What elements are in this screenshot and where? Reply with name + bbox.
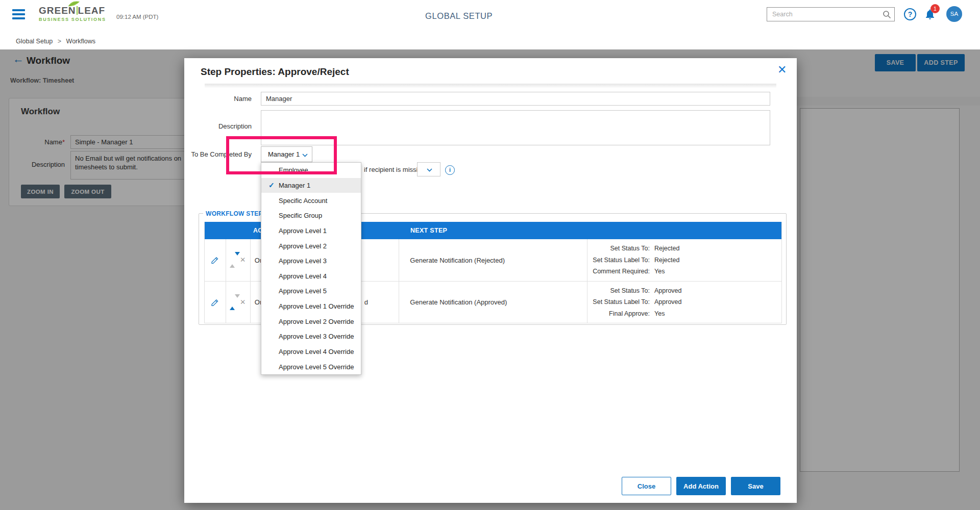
dropdown-option-approve-level-1-override[interactable]: Approve Level 1 Override	[261, 299, 361, 314]
page-context-title: GLOBAL SETUP	[425, 11, 493, 21]
detail-value: Yes	[654, 266, 774, 277]
delete-icon[interactable]: ✕	[240, 256, 246, 264]
completed-by-dropdown[interactable]: Manager 1	[261, 146, 312, 162]
logo-text-leaf: LEAF	[78, 5, 106, 16]
chevron-down-icon	[302, 154, 308, 157]
dropdown-option-label: Manager 1	[279, 182, 310, 189]
completed-by-dropdown-list: Employee✓Manager 1Specific AccountSpecif…	[261, 162, 361, 375]
breadcrumb-separator: >	[58, 38, 61, 45]
edit-pencil-icon[interactable]	[210, 298, 219, 307]
step-description-label: Description	[184, 122, 252, 130]
dropdown-option-label: Approve Level 4 Override	[279, 348, 354, 355]
dropdown-option-label: Approve Level 3 Override	[279, 333, 354, 340]
breadcrumb-workflows[interactable]: Workflows	[66, 38, 95, 45]
dropdown-option-label: Approve Level 5	[279, 287, 327, 295]
logo-text: GREENLEAF	[39, 5, 106, 16]
hamburger-menu-icon[interactable]	[12, 9, 25, 20]
move-up-icon[interactable]	[230, 256, 235, 268]
dropdown-option-approve-level-1[interactable]: Approve Level 1	[261, 223, 361, 239]
recipient-missing-text: if recipient is missing	[364, 166, 425, 173]
reorder-control	[230, 256, 240, 265]
notification-badge: 1	[930, 4, 940, 13]
reorder-control	[230, 298, 240, 307]
close-button[interactable]: Close	[622, 477, 671, 495]
detail-value: Approved	[654, 285, 774, 297]
dropdown-option-label: Approve Level 5 Override	[279, 363, 354, 371]
delete-icon[interactable]: ✕	[240, 298, 246, 306]
notifications-bell-icon[interactable]: 1	[924, 8, 937, 21]
step-name-label: Name	[184, 95, 252, 103]
add-action-button[interactable]: Add Action	[676, 477, 726, 495]
info-icon[interactable]: i	[445, 165, 455, 175]
dropdown-option-approve-level-3[interactable]: Approve Level 3	[261, 253, 361, 269]
detail-label: Set Status To:	[587, 285, 650, 297]
step-description-field[interactable]	[261, 110, 770, 145]
detail-label: Comment Required:	[587, 266, 650, 277]
search-box	[767, 7, 895, 21]
dropdown-option-label: Approve Level 1 Override	[279, 302, 354, 310]
logo-subtitle: BUSINESS SOLUTIONS	[39, 17, 106, 22]
dropdown-option-specific-group[interactable]: Specific Group	[261, 208, 361, 223]
completed-by-label: To Be Completed By	[184, 150, 252, 158]
dropdown-option-label: Approve Level 4	[279, 272, 327, 280]
dropdown-option-approve-level-5[interactable]: Approve Level 5	[261, 284, 361, 299]
dropdown-option-manager-1[interactable]: ✓Manager 1	[261, 178, 361, 193]
dropdown-option-approve-level-2-override[interactable]: Approve Level 2 Override	[261, 314, 361, 329]
search-input[interactable]	[767, 8, 879, 21]
dropdown-option-label: Approve Level 2 Override	[279, 318, 354, 325]
detail-value: Rejected	[654, 243, 774, 254]
dropdown-option-approve-level-4[interactable]: Approve Level 4	[261, 268, 361, 284]
close-icon[interactable]: ✕	[777, 63, 787, 76]
detail-value: Rejected	[654, 254, 774, 266]
dropdown-option-label: Approve Level 2	[279, 242, 327, 250]
dropdown-option-label: Specific Group	[279, 212, 322, 219]
dropdown-option-approve-level-4-override[interactable]: Approve Level 4 Override	[261, 344, 361, 360]
detail-value: Yes	[654, 308, 774, 320]
app-header: GREENLEAF BUSINESS SOLUTIONS 09:12 AM (P…	[0, 0, 980, 33]
modal-title: Step Properties: Approve/Reject	[201, 66, 349, 78]
dropdown-option-label: Approve Level 3	[279, 257, 327, 265]
dropdown-option-label: Approve Level 1	[279, 227, 327, 235]
detail-label: Set Status To:	[587, 243, 650, 254]
column-header-next-step: NEXT STEP	[410, 227, 447, 234]
chevron-down-icon	[427, 168, 432, 172]
status-details-cell: Set Status To:Rejected Set Status Label …	[587, 239, 781, 281]
next-step-cell: Generate Notification (Rejected)	[399, 239, 587, 281]
move-down-icon[interactable]	[235, 294, 240, 307]
dropdown-option-approve-level-2[interactable]: Approve Level 2	[261, 238, 361, 253]
avatar[interactable]: SA	[946, 6, 962, 22]
company-logo: GREENLEAF BUSINESS SOLUTIONS	[39, 5, 106, 22]
help-icon[interactable]: ?	[904, 8, 916, 20]
dropdown-option-specific-account[interactable]: Specific Account	[261, 193, 361, 208]
header-time: 09:12 AM (PDT)	[116, 14, 158, 20]
dropdown-option-approve-level-3-override[interactable]: Approve Level 3 Override	[261, 329, 361, 344]
breadcrumb-bar: Global Setup > Workflows	[0, 33, 980, 49]
check-icon: ✓	[268, 181, 279, 189]
dropdown-option-label: Specific Account	[279, 197, 327, 205]
edit-pencil-icon[interactable]	[210, 256, 219, 265]
dropdown-option-employee[interactable]: Employee	[261, 163, 361, 178]
save-button[interactable]: Save	[731, 477, 780, 495]
completed-by-value: Manager 1	[268, 150, 300, 158]
breadcrumb-global-setup[interactable]: Global Setup	[16, 38, 53, 45]
breadcrumb: Global Setup > Workflows	[16, 38, 95, 45]
detail-label: Set Status Label To:	[587, 296, 650, 308]
move-up-icon[interactable]	[230, 298, 235, 310]
status-details-cell: Set Status To:Approved Set Status Label …	[587, 282, 781, 323]
logo-stem	[77, 6, 78, 15]
logo-text-green: GREEN	[39, 5, 76, 16]
modal-header-divider	[205, 84, 776, 88]
search-icon[interactable]	[883, 10, 891, 19]
leaf-icon	[67, 1, 81, 7]
dropdown-option-label: Employee	[279, 166, 308, 174]
detail-label: Final Approve:	[587, 308, 650, 320]
action-text-fragment: d	[364, 298, 368, 306]
move-down-icon[interactable]	[235, 252, 240, 264]
detail-value: Approved	[654, 296, 774, 308]
dropdown-option-approve-level-5-override[interactable]: Approve Level 5 Override	[261, 359, 361, 374]
recipient-missing-select[interactable]	[417, 162, 440, 176]
next-step-cell: Generate Notification (Approved)	[399, 282, 587, 323]
detail-label: Set Status Label To:	[587, 254, 650, 266]
step-name-field[interactable]	[261, 92, 770, 106]
